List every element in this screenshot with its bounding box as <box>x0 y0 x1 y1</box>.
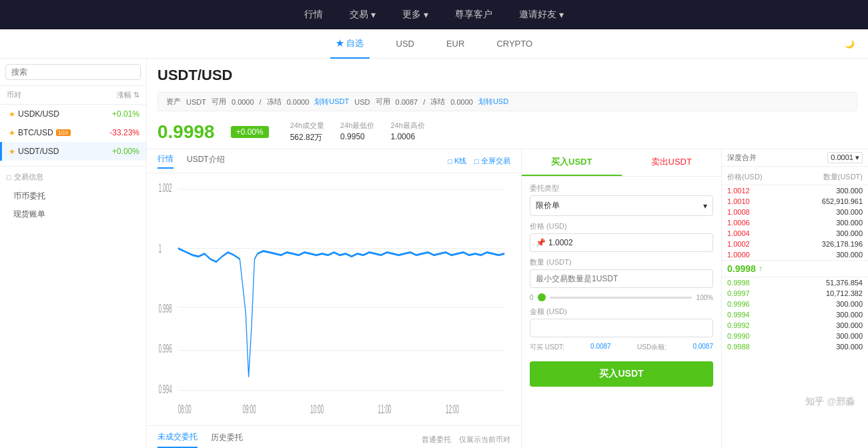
ob-buy-row-5[interactable]: 0.9990 300.000 <box>722 331 868 341</box>
ob-sell-row-2[interactable]: 1.0008 300.000 <box>722 207 868 217</box>
ob-sell-row-1[interactable]: 1.0010 652,910.961 <box>722 196 868 207</box>
ob-sell-qty-0: 300.000 <box>836 187 863 195</box>
nav-invite[interactable]: 邀请好友 ▾ <box>519 9 564 21</box>
chart-container: 1.002 1 0.998 0.996 0.994 08:00 09:00 <box>147 173 521 425</box>
ob-buy-row-1[interactable]: 0.9997 10,712.382 <box>722 288 868 299</box>
ob-buy-price-5: 0.9990 <box>727 332 750 340</box>
subnav-zixuan[interactable]: ★ 自选 <box>330 29 370 59</box>
usd-balance-value: 0.0087 <box>693 343 713 352</box>
available-usdt: 0.0000 <box>232 98 254 106</box>
ob-buy-row-2[interactable]: 0.9996 300.000 <box>722 299 868 309</box>
stat-volume-value: 562.82万 <box>290 132 324 143</box>
star-icon-usdt: ★ <box>9 147 15 156</box>
order-section: 买入USDT 卖出USDT 委托类型 限价单 ▾ 价格 (USD) <box>521 149 721 448</box>
change-btc: -33.23% <box>109 128 139 137</box>
ob-buy-row-3[interactable]: 0.9994 300.000 <box>722 309 868 320</box>
nav-more[interactable]: 更多 ▾ <box>402 9 428 21</box>
moon-icon[interactable]: 🌙 <box>845 39 855 49</box>
ob-sell-row-4[interactable]: 1.0004 300.000 <box>722 228 868 239</box>
ob-buy-price-6: 0.9988 <box>727 343 750 351</box>
ob-sell-qty-5: 326,178.196 <box>822 240 863 248</box>
tab-buy[interactable]: 买入USDT <box>522 149 622 176</box>
assets-label: 资产 <box>166 97 181 107</box>
ob-sell-row-3[interactable]: 1.0006 300.000 <box>722 217 868 228</box>
subnav-crypto[interactable]: CRYPTO <box>491 29 538 59</box>
transfer-usdt-link[interactable]: 划转USDT <box>314 97 349 107</box>
ob-sell-row-5[interactable]: 1.0002 326,178.196 <box>722 239 868 249</box>
ob-merge-value[interactable]: 0.0001 ▾ <box>827 152 863 163</box>
ob-buy-row-6[interactable]: 0.9988 300.000 <box>722 341 868 352</box>
ob-buy-row-0[interactable]: 0.9998 51,376.854 <box>722 277 868 288</box>
qty-input[interactable] <box>536 274 707 283</box>
tab-open-orders[interactable]: 未成交委托 <box>157 431 197 448</box>
frozen-label-usd: 冻结 <box>430 97 445 107</box>
amount-input[interactable] <box>536 323 707 333</box>
star-icon-usdk: ★ <box>9 110 15 119</box>
tab-quotes[interactable]: 行情 <box>157 153 173 169</box>
fullscreen-icon: □ <box>474 157 479 165</box>
slider-min-label: 0 <box>530 294 534 301</box>
chart-tabs: 行情 USDT介绍 □ K线 □ 全屏交易 <box>147 149 521 173</box>
fullscreen-btn[interactable]: □ 全屏交易 <box>474 156 510 166</box>
ob-sell-price-5: 1.0002 <box>727 240 750 248</box>
sidebar-header: 币对 涨幅 ⇅ <box>0 86 146 105</box>
slider-track[interactable] <box>550 297 693 299</box>
available-buy-value: 0.0087 <box>590 343 611 352</box>
trade-dropdown-icon: ▾ <box>371 9 376 20</box>
price-chart: 1.002 1 0.998 0.996 0.994 08:00 09:00 <box>157 179 510 420</box>
kline-icon: □ <box>448 157 452 165</box>
sidebar-search-container <box>0 59 146 86</box>
nav-trade[interactable]: 交易 ▾ <box>350 9 376 21</box>
ob-sell-row-6[interactable]: 1.0000 300.000 <box>722 249 868 260</box>
available-label-usdt: 可用 <box>211 97 226 107</box>
ob-merge-row: 深度合并 0.0001 ▾ <box>722 149 868 167</box>
sidebar-link-委托[interactable]: 币币委托 <box>0 187 146 205</box>
ob-buy-price-4: 0.9992 <box>727 321 750 329</box>
order-type-value: 限价单 <box>536 200 560 211</box>
asset-name-usd: USD <box>354 98 370 106</box>
sidebar-item-usdt[interactable]: ★ USDT/USD +0.00% <box>0 142 146 161</box>
balance-row: 可买 USDT: 0.0087 USD余额: 0.0087 <box>530 343 713 352</box>
ob-buy-row-4[interactable]: 0.9992 300.000 <box>722 320 868 331</box>
page-title-bar: USDT/USD <box>147 59 868 88</box>
search-input[interactable] <box>5 64 141 80</box>
price-pin-icon: 📌 <box>536 238 546 247</box>
ob-sell-qty-6: 300.000 <box>836 251 863 259</box>
current-price: 0.9998 <box>157 121 215 143</box>
slider-dot[interactable] <box>538 293 546 301</box>
col-pair-label: 币对 <box>7 90 21 100</box>
order-type-dropdown-icon: ▾ <box>703 201 707 211</box>
ob-header: 价格(USD) 数量(USDT) <box>722 167 868 185</box>
ob-sell-price-3: 1.0006 <box>727 219 750 227</box>
kline-btn[interactable]: □ K线 <box>448 156 466 166</box>
sidebar-item-btc[interactable]: ★ BTC/USD 10X -33.23% <box>0 123 146 142</box>
subnav-usd[interactable]: USD <box>391 29 420 59</box>
transfer-usd-link[interactable]: 划转USD <box>478 97 508 107</box>
stat-low: 24h最低价 0.9950 <box>340 121 374 143</box>
ob-sell-row-0[interactable]: 1.0012 300.000 <box>722 185 868 196</box>
stat-high: 24h最高价 1.0006 <box>390 121 424 143</box>
tab-sell[interactable]: 卖出USDT <box>622 149 722 176</box>
svg-text:1: 1 <box>159 241 162 255</box>
order-type-select[interactable]: 限价单 ▾ <box>530 195 713 216</box>
bottom-tab-right: 普通委托 仅展示当前币对 <box>422 435 510 445</box>
top-nav: 行情 交易 ▾ 更多 ▾ 尊享客户 邀请好友 ▾ <box>0 0 868 29</box>
price-input[interactable] <box>548 238 707 247</box>
ob-sell-price-6: 1.0000 <box>727 251 750 259</box>
sidebar-link-账单[interactable]: 现货账单 <box>0 205 146 223</box>
sidebar-item-usdk[interactable]: ★ USDK/USD +0.01% <box>0 105 146 123</box>
nav-vip[interactable]: 尊享客户 <box>455 9 492 21</box>
ob-sell-qty-1: 652,910.961 <box>822 197 863 205</box>
stat-volume: 24h成交量 562.82万 <box>290 121 324 143</box>
tab-intro[interactable]: USDT介绍 <box>187 154 225 168</box>
amount-row: 金额 (USD) <box>530 307 713 337</box>
ob-buy-qty-5: 300.000 <box>836 332 863 340</box>
nav-quotes[interactable]: 行情 <box>304 9 323 21</box>
tab-history-orders[interactable]: 历史委托 <box>211 432 243 447</box>
amount-input-wrap <box>530 319 713 337</box>
buy-button[interactable]: 买入USDT <box>530 361 713 387</box>
order-type-row: 委托类型 限价单 ▾ <box>530 183 713 216</box>
ob-buy-qty-2: 300.000 <box>836 300 863 308</box>
subnav-eur[interactable]: EUR <box>441 29 470 59</box>
order-tabs: 买入USDT 卖出USDT <box>522 149 721 177</box>
